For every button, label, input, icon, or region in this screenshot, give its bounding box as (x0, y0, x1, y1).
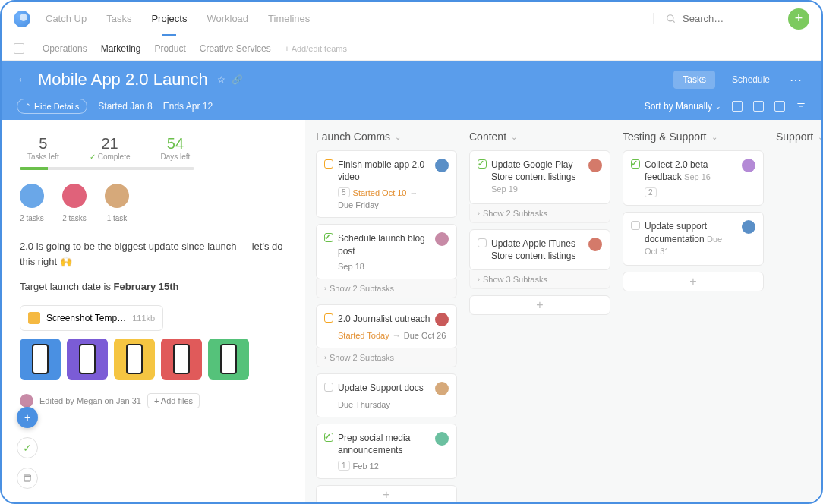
search-box[interactable] (653, 13, 782, 24)
add-card-button[interactable]: + (623, 272, 764, 291)
task-title: Finish mobile app 2.0 video (338, 159, 430, 183)
task-meta: 2 (645, 187, 755, 197)
chevron-down-icon: ⌄ (395, 133, 401, 141)
assignee-task-count: 2 tasks (20, 214, 44, 222)
add-files-button[interactable]: + Add files (147, 393, 200, 408)
chevron-down-icon: ⌄ (711, 133, 717, 141)
thumbnail[interactable] (161, 339, 202, 380)
thumbnail[interactable] (114, 339, 155, 380)
layout-board-icon[interactable] (753, 101, 764, 112)
team-marketing[interactable]: Marketing (101, 43, 141, 54)
column-header[interactable]: Support⌄ (776, 131, 821, 143)
ends-date: Ends Apr 12 (163, 101, 213, 112)
archive-button[interactable] (17, 468, 38, 489)
search-input[interactable] (683, 13, 766, 24)
assignee-avatar[interactable] (435, 313, 449, 326)
link-icon[interactable]: 🔗 (232, 74, 243, 85)
add-card-button[interactable]: + (316, 485, 457, 502)
task-card[interactable]: Update Apple iTunes Store content listin… (469, 229, 610, 270)
task-card[interactable]: Prep social media announcements1Feb 12 (316, 424, 457, 479)
task-card[interactable]: 2.0 Journalist outreachStarted Today → D… (316, 304, 457, 348)
view-schedule[interactable]: Schedule (724, 71, 777, 89)
task-checkbox[interactable] (631, 159, 640, 169)
more-menu-icon[interactable]: ⋯ (787, 73, 806, 87)
chevron-up-icon: ⌃ (25, 102, 31, 110)
nav-catch-up[interactable]: Catch Up (46, 2, 87, 35)
task-checkbox[interactable] (478, 159, 487, 169)
chevron-down-icon: ⌄ (511, 133, 517, 141)
assignee-avatar[interactable] (435, 382, 449, 395)
assignee-avatar[interactable] (435, 232, 449, 246)
checkmark-button[interactable]: ✓ (17, 437, 38, 458)
nav-timelines[interactable]: Timelines (268, 2, 310, 35)
column-header[interactable]: Testing & Support⌄ (623, 131, 764, 143)
task-card[interactable]: Finish mobile app 2.0 video5Started Oct … (316, 150, 457, 218)
task-checkbox[interactable] (324, 313, 333, 323)
task-checkbox[interactable] (478, 238, 487, 247)
subtask-count-badge: 2 (645, 187, 657, 197)
svg-rect-6 (24, 475, 31, 477)
task-card[interactable]: Schedule launch blog postSep 18 (316, 224, 457, 279)
assignee-avatar[interactable] (742, 220, 755, 234)
show-subtasks[interactable]: ›Show 2 Subtasks (316, 279, 457, 298)
task-card[interactable]: Update support documentation Due Oct 31 (623, 212, 764, 266)
assignee-avatar[interactable] (588, 238, 602, 251)
task-title: Update support documentation Due Oct 31 (645, 220, 737, 257)
show-subtasks[interactable]: ›Show 2 Subtasks (316, 348, 457, 367)
sort-dropdown[interactable]: Sort by Manually ⌄ (645, 101, 721, 112)
hide-details-button[interactable]: ⌃ Hide Details (17, 99, 87, 114)
quick-add-button[interactable]: + (17, 407, 38, 428)
kanban-board: Launch Comms⌄Finish mobile app 2.0 video… (305, 120, 821, 502)
assignee-task-count: 1 task (105, 214, 129, 222)
assignee-avatar[interactable] (20, 184, 44, 208)
assignee-avatar[interactable] (435, 159, 449, 172)
nav-tasks[interactable]: Tasks (106, 2, 131, 35)
task-card[interactable]: Update Support docsDue Thursday (316, 373, 457, 417)
chevron-right-icon: › (478, 276, 480, 283)
layout-panel-icon[interactable] (774, 101, 785, 112)
task-checkbox[interactable] (324, 433, 333, 442)
star-icon[interactable]: ☆ (217, 74, 225, 85)
task-checkbox[interactable] (631, 221, 640, 230)
task-checkbox[interactable] (324, 159, 333, 169)
thumbnail[interactable] (67, 339, 108, 380)
team-operations[interactable]: Operations (43, 43, 87, 54)
nav-workload[interactable]: Workload (207, 2, 248, 35)
task-card[interactable]: Update Google Play Store content listing… (469, 150, 610, 204)
assignee-avatar[interactable] (435, 432, 449, 446)
team-creative-services[interactable]: Creative Services (200, 43, 271, 54)
left-rail: + ✓ (17, 407, 38, 489)
show-subtasks[interactable]: ›Show 3 Subtasks (469, 270, 610, 289)
thumbnail[interactable] (208, 339, 249, 380)
column-testing-support: Testing & Support⌄Collect 2.0 beta feedb… (623, 131, 764, 492)
assignee-avatar[interactable] (105, 184, 129, 208)
task-checkbox[interactable] (324, 383, 333, 392)
assignee-avatar[interactable] (742, 159, 755, 172)
column-header[interactable]: Launch Comms⌄ (316, 131, 457, 143)
task-title: Update Apple iTunes Store content listin… (491, 238, 584, 262)
view-tasks[interactable]: Tasks (673, 71, 715, 89)
search-icon (666, 14, 676, 24)
file-size: 111kb (132, 313, 155, 323)
column-header[interactable]: Content⌄ (469, 131, 610, 143)
nav-projects[interactable]: Projects (151, 2, 187, 35)
show-subtasks[interactable]: ›Show 2 Subtasks (469, 204, 610, 223)
layout-list-icon[interactable] (732, 101, 743, 112)
thumbnail[interactable] (20, 339, 61, 380)
back-arrow-icon[interactable]: ← (17, 73, 29, 87)
add-card-button[interactable]: + (469, 295, 610, 315)
assignee-avatar[interactable] (588, 159, 602, 172)
add-button[interactable]: + (788, 8, 809, 30)
file-attachment[interactable]: Screenshot Temp… 111kb (20, 305, 163, 331)
assignee-avatar[interactable] (62, 184, 87, 208)
task-checkbox[interactable] (324, 233, 333, 242)
filter-icon[interactable] (796, 101, 806, 112)
file-icon (28, 312, 40, 324)
app-logo[interactable] (14, 11, 30, 27)
panel-toggle-icon[interactable] (14, 43, 24, 54)
chevron-right-icon: › (324, 285, 326, 292)
team-product[interactable]: Product (154, 43, 185, 54)
svg-rect-5 (24, 477, 30, 481)
add-edit-teams[interactable]: + Add/edit teams (285, 44, 347, 53)
task-card[interactable]: Collect 2.0 beta feedback Sep 162 (623, 150, 764, 206)
